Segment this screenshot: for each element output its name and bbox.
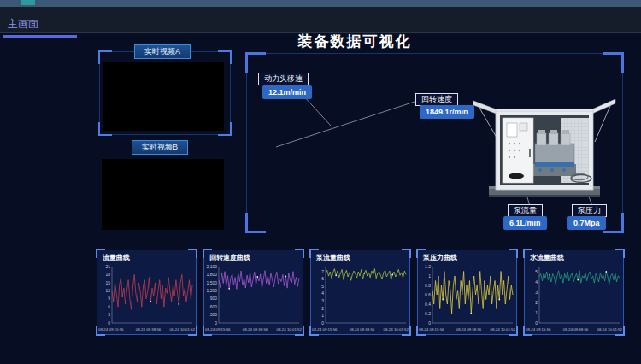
svg-text:0: 0 [321, 320, 324, 326]
metric-value-pump-pressure: 0.7Mpa [567, 216, 606, 230]
video-a-screen [103, 62, 224, 131]
svg-text:1: 1 [321, 313, 324, 318]
svg-text:08-24 10:01:52: 08-24 10:01:52 [597, 327, 622, 332]
svg-text:0.2: 0.2 [425, 311, 431, 316]
chart-panel-flow: 流量曲线 03691215182108-24 09:15:5608-24 09:… [97, 250, 197, 335]
svg-text:2,100: 2,100 [206, 264, 217, 269]
svg-text:2: 2 [535, 300, 538, 305]
svg-text:1,800: 1,800 [206, 272, 217, 277]
chart-title: 流量曲线 [103, 253, 130, 262]
svg-text:6: 6 [321, 276, 324, 281]
svg-text:2: 2 [321, 306, 324, 311]
svg-text:08-24 09:15:56: 08-24 09:15:56 [312, 327, 338, 332]
chart-canvas: 00.20.40.60.811.208-24 09:15:5608-24 09:… [418, 262, 516, 334]
metric-name-pump-flow: 泵流量 [508, 204, 543, 217]
svg-text:3: 3 [321, 298, 324, 303]
video-a-header-button[interactable]: 实时视频A [134, 44, 191, 59]
svg-text:5: 5 [321, 284, 324, 289]
svg-text:4: 4 [321, 291, 324, 296]
svg-text:0: 0 [535, 320, 538, 326]
svg-text:08-24 10:01:52: 08-24 10:01:52 [276, 327, 302, 332]
chart-title: 泵压力曲线 [423, 253, 457, 262]
metric-value-powerhead-speed: 12.1m/min [262, 85, 312, 99]
top-accent-bar [0, 0, 641, 7]
equipment-panel: 动力头移速 12.1m/min 回转速度 1849.1r/min 泵流量 6.1… [246, 53, 623, 232]
svg-text:08-24 09:38:56: 08-24 09:38:56 [563, 327, 589, 332]
svg-text:300: 300 [210, 312, 218, 317]
chart-panel-water-flow: 水流量曲线 01234508-24 09:15:5608-24 09:38:56… [524, 250, 624, 335]
svg-text:08-24 09:15:56: 08-24 09:15:56 [98, 327, 124, 332]
svg-text:15: 15 [105, 280, 110, 285]
dashboard-root: 主画面 装备数据可视化 实时视频A 实时视频B [0, 0, 641, 364]
chart-panel-pump-pressure: 泵压力曲线 00.20.40.60.811.208-24 09:15:5608-… [417, 250, 517, 335]
svg-text:0.8: 0.8 [425, 283, 431, 288]
svg-text:0: 0 [215, 320, 217, 326]
svg-text:0: 0 [108, 320, 110, 326]
svg-text:18: 18 [105, 272, 110, 277]
chart-canvas: 0123456708-24 09:15:5608-24 09:38:5608-2… [311, 262, 409, 334]
svg-text:08-24 09:15:56: 08-24 09:15:56 [526, 327, 551, 332]
svg-text:08-24 09:15:56: 08-24 09:15:56 [205, 327, 231, 332]
tab-bar: 主画面 [0, 7, 641, 33]
metric-name-rotation-speed: 回转速度 [415, 93, 458, 106]
svg-text:0.4: 0.4 [425, 302, 431, 307]
tab-main-screen[interactable]: 主画面 [3, 15, 77, 38]
svg-text:08-24 09:38:56: 08-24 09:38:56 [456, 327, 482, 332]
video-b-screen [102, 159, 224, 230]
chart-canvas: 03006009001,2001,5001,8002,10008-24 09:1… [204, 262, 303, 334]
svg-text:3: 3 [108, 312, 110, 317]
svg-text:08-24 09:38:56: 08-24 09:38:56 [350, 327, 375, 332]
svg-text:08-24 09:38:56: 08-24 09:38:56 [243, 327, 268, 332]
svg-text:1: 1 [535, 310, 538, 315]
svg-text:0.6: 0.6 [425, 292, 431, 297]
svg-text:0: 0 [428, 320, 431, 326]
svg-text:5: 5 [535, 269, 538, 274]
equipment-photo [472, 89, 617, 204]
svg-text:900: 900 [210, 296, 218, 301]
chart-title: 泵流量曲线 [316, 253, 350, 262]
svg-text:1,200: 1,200 [206, 288, 217, 293]
metric-value-pump-flow: 6.1L/min [503, 216, 547, 230]
metric-name-pump-pressure: 泵压力 [572, 204, 607, 217]
svg-text:08-24 10:01:52: 08-24 10:01:52 [490, 327, 515, 332]
svg-text:1,500: 1,500 [206, 280, 217, 285]
chart-canvas: 03691215182108-24 09:15:5608-24 09:38:56… [97, 262, 196, 334]
chart-panel-rotation-speed: 回转速度曲线 03006009001,2001,5001,8002,10008-… [203, 250, 303, 335]
chart-title: 回转速度曲线 [209, 253, 250, 262]
svg-text:4: 4 [535, 279, 538, 285]
svg-text:21: 21 [105, 264, 110, 269]
svg-text:6: 6 [108, 304, 110, 309]
metric-value-rotation-speed: 1849.1r/min [420, 105, 474, 119]
svg-text:08-24 09:38:56: 08-24 09:38:56 [136, 327, 162, 332]
chart-panel-pump-flow: 泵流量曲线 0123456708-24 09:15:5608-24 09:38:… [310, 250, 410, 335]
svg-text:1: 1 [428, 273, 431, 279]
svg-text:08-24 10:01:52: 08-24 10:01:52 [169, 327, 195, 332]
top-accent-square [21, 0, 35, 5]
svg-text:7: 7 [321, 269, 324, 274]
svg-text:12: 12 [105, 288, 110, 293]
svg-text:08-24 09:15:56: 08-24 09:15:56 [419, 327, 444, 332]
svg-text:3: 3 [535, 290, 538, 295]
video-b-header-button[interactable]: 实时视频B [132, 140, 188, 155]
metric-name-powerhead-speed: 动力头移速 [258, 73, 309, 85]
svg-text:08-24 10:01:52: 08-24 10:01:52 [383, 327, 409, 332]
chart-title: 水流量曲线 [530, 253, 564, 262]
svg-text:1.2: 1.2 [425, 264, 431, 269]
chart-canvas: 01234508-24 09:15:5608-24 09:38:5608-24 … [525, 262, 623, 334]
svg-text:600: 600 [210, 304, 218, 309]
svg-text:9: 9 [108, 296, 110, 301]
